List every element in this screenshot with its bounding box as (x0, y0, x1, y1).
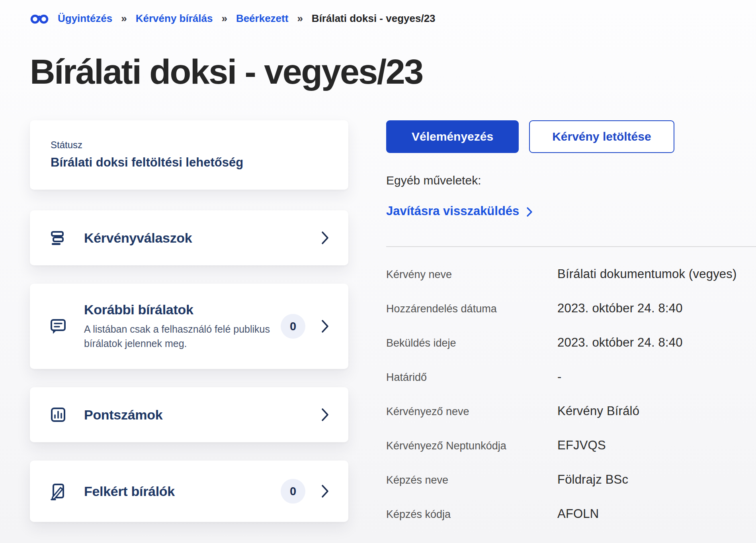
breadcrumb-link-beerkezett[interactable]: Beérkezett (236, 12, 289, 25)
document-pen-icon (49, 482, 67, 500)
chevron-right-icon (526, 207, 533, 217)
chevron-right-icon (321, 408, 329, 421)
javitasra-visszakuldes-link[interactable]: Javításra visszaküldés (386, 204, 756, 218)
nav-card-felkert-biralok[interactable]: Felkért bírálók 0 (30, 461, 348, 522)
glasses-icon (30, 11, 49, 25)
nav-card-text: Felkért bírálók (84, 484, 281, 499)
detail-label: Beküldés ideje (386, 337, 557, 349)
detail-row-bekuldes-ideje: Beküldés ideje 2023. október 24. 8:40 (386, 335, 756, 350)
detail-label: Kérvényező neve (386, 406, 557, 418)
nav-card-kervenyvalaszok[interactable]: Kérvényválaszok (30, 210, 348, 265)
status-label: Státusz (51, 139, 328, 151)
detail-value: 2023. október 24. 8:40 (557, 301, 683, 316)
count-badge: 0 (281, 479, 305, 504)
velemenyezes-button[interactable]: Véleményezés (386, 120, 519, 153)
detail-value: - (557, 370, 562, 384)
detail-row-kervenyezo-neve: Kérvényező neve Kérvény Bíráló (386, 404, 756, 418)
detail-label: Képzés kódja (386, 508, 557, 521)
chevron-right-icon (321, 484, 329, 498)
nav-card-title: Felkért bírálók (84, 484, 281, 499)
detail-value: Földrajz BSc (557, 472, 628, 487)
breadcrumb: Ügyintézés » Kérvény bírálás » Beérkezet… (30, 11, 756, 25)
breadcrumb-separator: » (121, 12, 127, 25)
nav-card-pontszamok[interactable]: Pontszámok (30, 387, 348, 442)
detail-row-hatarido: Határidő - (386, 370, 756, 384)
detail-label: Határidő (386, 371, 557, 384)
nav-card-title: Kérvényválaszok (84, 230, 321, 246)
detail-label: Képzés neve (386, 474, 557, 486)
other-operations-label: Egyéb műveletek: (386, 174, 756, 187)
nav-card-text: Pontszámok (84, 407, 321, 423)
page: Ügyintézés » Kérvény bírálás » Beérkezet… (0, 0, 756, 543)
left-column: Státusz Bírálati doksi feltöltési lehető… (30, 120, 348, 540)
chevron-right-icon (321, 231, 329, 245)
detail-label: Hozzárendelés dátuma (386, 303, 557, 315)
detail-label: Kérvény neve (386, 269, 557, 281)
breadcrumb-current: Bírálati doksi - vegyes/23 (312, 12, 436, 25)
page-title: Bírálati doksi - vegyes/23 (30, 54, 756, 89)
breadcrumb-link-kerveny-biralas[interactable]: Kérvény bírálás (136, 12, 213, 25)
kerveny-letoltese-button[interactable]: Kérvény letöltése (529, 120, 674, 153)
detail-value: EFJVQS (557, 438, 606, 453)
comment-icon (49, 317, 67, 335)
detail-row-kervenyezo-neptunkodja: Kérvényező Neptunkódja EFJVQS (386, 438, 756, 453)
status-card: Státusz Bírálati doksi feltöltési lehető… (30, 120, 348, 190)
nav-card-korabbi-biralatok[interactable]: Korábbi bírálatok A listában csak a felh… (30, 284, 348, 369)
detail-row-kepzes-kodja: Képzés kódja AFOLN (386, 507, 756, 521)
divider (386, 246, 756, 247)
content-columns: Státusz Bírálati doksi feltöltési lehető… (30, 120, 756, 541)
nav-card-title: Pontszámok (84, 407, 321, 423)
detail-value: AFOLN (557, 507, 599, 521)
answers-list-icon (49, 229, 67, 247)
chevron-right-icon (321, 320, 329, 333)
bar-chart-icon (49, 406, 67, 424)
detail-value: Bírálati dokumentumok (vegyes) (557, 267, 737, 281)
nav-card-text: Kérvényválaszok (84, 230, 321, 246)
detail-value: 2023. október 24. 8:40 (557, 335, 683, 350)
right-column: Véleményezés Kérvény letöltése Egyéb műv… (386, 120, 756, 541)
detail-row-hozzarendeles-datuma: Hozzárendelés dátuma 2023. október 24. 8… (386, 301, 756, 316)
detail-row-kepzes-neve: Képzés neve Földrajz BSc (386, 472, 756, 487)
count-badge: 0 (281, 314, 305, 339)
details-list: Kérvény neve Bírálati dokumentumok (vegy… (386, 267, 756, 521)
detail-value: Kérvény Bíráló (557, 404, 639, 418)
nav-card-title: Korábbi bírálatok (84, 302, 281, 318)
breadcrumb-separator: » (297, 12, 303, 25)
breadcrumb-link-ugyintezes[interactable]: Ügyintézés (58, 12, 112, 25)
link-label: Javításra visszaküldés (386, 204, 519, 218)
detail-row-kerveny-neve: Kérvény neve Bírálati dokumentumok (vegy… (386, 267, 756, 281)
detail-label: Kérvényező Neptunkódja (386, 440, 557, 452)
nav-card-description: A listában csak a felhasználó felé publi… (84, 322, 275, 351)
breadcrumb-separator: » (221, 12, 227, 25)
status-value: Bírálati doksi feltöltési lehetőség (51, 155, 328, 170)
actions-row: Véleményezés Kérvény letöltése (386, 120, 756, 153)
nav-card-text: Korábbi bírálatok A listában csak a felh… (84, 302, 281, 351)
